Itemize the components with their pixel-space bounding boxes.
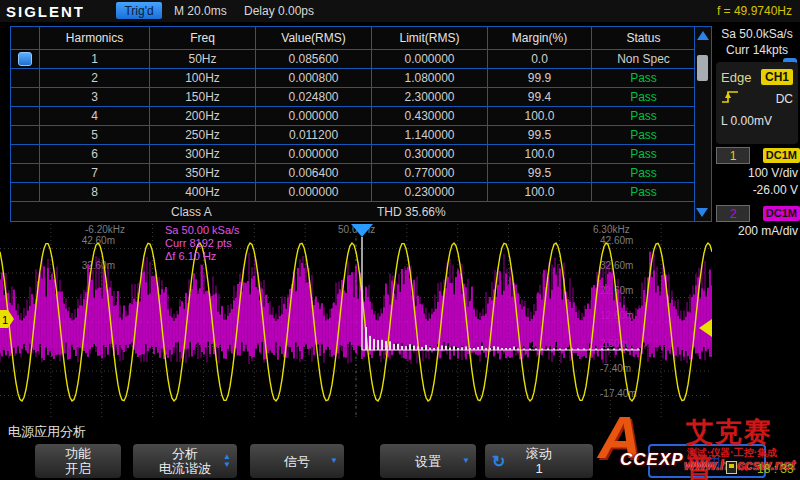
analysis-button[interactable]: 分析 电流谐波 ▲▼ xyxy=(133,444,237,478)
cell-freq: 150Hz xyxy=(149,87,255,106)
histogram-dot xyxy=(577,349,579,351)
histogram-bar xyxy=(445,346,447,350)
row-select-cell[interactable] xyxy=(11,163,39,182)
histogram-bar xyxy=(429,348,431,350)
channel2-scale: 200 mA/div xyxy=(716,223,800,240)
signal-button[interactable]: 信号 ▼ xyxy=(250,444,344,478)
histogram-dot xyxy=(529,349,531,351)
cell-margin: 100.0 xyxy=(487,144,591,163)
class-label: Class A xyxy=(171,205,212,219)
trigger-source-badge: CH1 xyxy=(761,69,793,85)
cell-freq: 250Hz xyxy=(149,125,255,144)
scroll-thumb[interactable] xyxy=(697,55,708,81)
fft-overlay-info: Sa 50.00 kSa/s Curr 8192 pts Δf 6.10 Hz xyxy=(165,224,240,263)
histogram-bar xyxy=(469,348,471,350)
waveform-display[interactable]: -6.20kHz 50.00Hz 6.30kHz 42.60m 32.60m 4… xyxy=(0,224,712,420)
histogram-dot xyxy=(631,349,633,351)
trigger-position-marker[interactable] xyxy=(351,224,373,237)
cell-value: 0.000000 xyxy=(255,144,371,163)
channel1-offset: -26.00 V xyxy=(716,182,800,199)
row-select-cell[interactable] xyxy=(11,49,39,68)
cell-value: 0.085600 xyxy=(255,49,371,68)
sample-rate: Sa 50.0kSa/s xyxy=(714,26,800,42)
histogram-bar xyxy=(461,347,463,350)
histogram-dot xyxy=(637,349,639,351)
cell-margin: 99.4 xyxy=(487,87,591,106)
table-scrollbar[interactable] xyxy=(694,27,711,221)
histogram-bar xyxy=(473,348,475,350)
histogram-dot xyxy=(565,349,567,351)
trigger-info-panel[interactable]: Edge CH1 DC L 0.00mV xyxy=(716,62,798,144)
histogram-bar xyxy=(405,346,407,350)
channel1-number: 1 xyxy=(716,147,750,164)
function-button[interactable]: 功能 开启 xyxy=(35,444,121,478)
settings-button[interactable]: 设置 ▼ xyxy=(380,444,476,478)
histogram-bar xyxy=(481,346,483,350)
right-sidebar: Sa 50.0kSa/s Curr 14kpts Edge CH1 DC L 0… xyxy=(714,24,800,254)
cell-value: 0.011200 xyxy=(255,125,371,144)
row-select-cell[interactable] xyxy=(11,125,39,144)
histogram-dot xyxy=(595,349,597,351)
cell-limit: 0.000000 xyxy=(371,49,487,68)
cell-limit: 0.230000 xyxy=(371,182,487,201)
histogram-dot xyxy=(541,349,543,351)
histogram-dot xyxy=(553,349,555,351)
channel1-scale: 100 V/div xyxy=(716,165,800,182)
scroll-button[interactable]: ↻ 滚动 1 xyxy=(485,444,593,478)
cell-freq: 50Hz xyxy=(149,49,255,68)
header-freq: Freq xyxy=(149,27,255,49)
header-value: Value(RMS) xyxy=(255,27,371,49)
histogram-bar xyxy=(377,340,379,350)
row-select-cell[interactable] xyxy=(11,68,39,87)
scroll-down-icon[interactable] xyxy=(696,208,708,217)
rotate-knob-icon: ↻ xyxy=(492,454,505,469)
channel2-info-panel[interactable]: 2 DC1M 200 mA/div xyxy=(716,204,800,260)
status-icons: × xyxy=(726,461,748,474)
header-limit: Limit(RMS) xyxy=(371,27,487,49)
cell-value: 0.006400 xyxy=(255,163,371,182)
histogram-bar xyxy=(465,346,467,350)
cell-margin: 99.5 xyxy=(487,163,591,182)
overlay-points: Curr 8192 pts xyxy=(165,237,240,250)
harmonics-table: Harmonics Freq Value(RMS) Limit(RMS) Mar… xyxy=(10,26,712,222)
histogram-dot xyxy=(559,349,561,351)
histogram-bar xyxy=(437,347,439,350)
histogram-dot xyxy=(523,349,525,351)
cell-status: Non Spec xyxy=(591,49,695,68)
histogram-bar xyxy=(397,344,399,350)
row-select-cell[interactable] xyxy=(11,182,39,201)
trigger-level: L 0.00mV xyxy=(721,114,772,128)
cell-harmonic: 5 xyxy=(39,125,149,144)
histogram-bar xyxy=(493,346,495,350)
cell-status: Pass xyxy=(591,182,695,201)
scroll-up-icon[interactable] xyxy=(697,31,709,40)
channel1-info-panel[interactable]: 1 DC1M 100 V/div -26.00 V xyxy=(716,146,800,202)
row-select-cell[interactable] xyxy=(11,106,39,125)
histogram-bar xyxy=(441,346,443,350)
frequency-counter: f = 49.9740Hz xyxy=(717,4,792,18)
cell-status: Pass xyxy=(591,87,695,106)
histogram-dot xyxy=(625,349,627,351)
cell-value: 0.024800 xyxy=(255,87,371,106)
cell-value: 0.000000 xyxy=(255,182,371,201)
cell-freq: 200Hz xyxy=(149,106,255,125)
histogram-bar xyxy=(421,347,423,350)
histogram-bar xyxy=(425,345,427,350)
cell-limit: 2.300000 xyxy=(371,87,487,106)
acquisition-info: Sa 50.0kSa/s Curr 14kpts xyxy=(714,24,800,58)
apply-button[interactable]: 应用 xyxy=(648,444,766,478)
cell-limit: 0.300000 xyxy=(371,144,487,163)
histogram-dot xyxy=(571,349,573,351)
harmonic-row-checkbox[interactable] xyxy=(18,52,32,66)
histogram-bar xyxy=(409,344,411,350)
top-status-bar: SIGLENT Trig'd M 20.0ms Delay 0.00ps f =… xyxy=(0,0,800,22)
cell-value: 0.000800 xyxy=(255,68,371,87)
cell-limit: 1.080000 xyxy=(371,68,487,87)
row-select-cell[interactable] xyxy=(11,87,39,106)
histogram-bar xyxy=(385,341,387,350)
cell-margin: 100.0 xyxy=(487,106,591,125)
row-select-cell[interactable] xyxy=(11,144,39,163)
histogram-dot xyxy=(619,349,621,351)
cell-value: 0.000000 xyxy=(255,106,371,125)
histogram-bar xyxy=(489,348,491,350)
